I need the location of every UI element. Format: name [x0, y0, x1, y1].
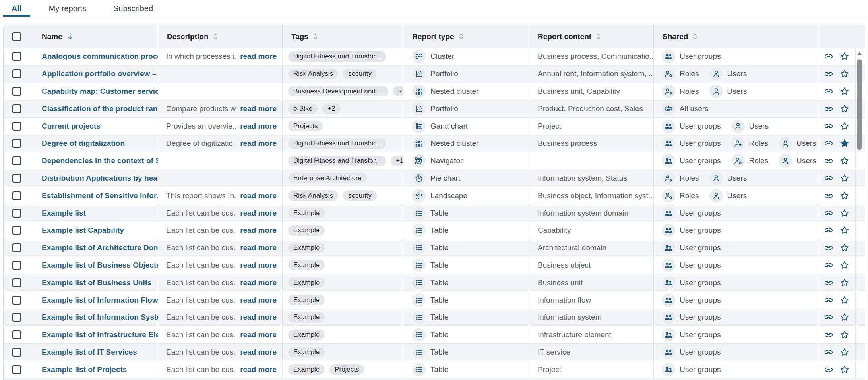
copy-link-icon[interactable]	[823, 330, 834, 340]
copy-link-icon[interactable]	[823, 104, 834, 114]
tag-pill[interactable]: +2	[322, 103, 340, 114]
copy-link-icon[interactable]	[823, 365, 834, 375]
tag-pill[interactable]: Example	[288, 208, 325, 218]
star-icon[interactable]	[839, 278, 850, 288]
tag-pill[interactable]: Example	[288, 347, 325, 357]
tag-pill[interactable]: Example	[288, 364, 325, 375]
column-header-report-type[interactable]: Report type	[403, 25, 529, 48]
star-icon[interactable]	[839, 121, 850, 131]
tag-pill[interactable]: security	[343, 190, 377, 201]
copy-link-icon[interactable]	[823, 121, 834, 131]
row-checkbox[interactable]	[12, 156, 21, 165]
copy-link-icon[interactable]	[823, 278, 834, 288]
report-name-link[interactable]: Example list of Information Syste...	[42, 313, 158, 322]
copy-link-icon[interactable]	[823, 86, 834, 96]
tag-pill[interactable]: Example	[288, 295, 325, 305]
read-more-link[interactable]: read more	[240, 296, 277, 305]
star-icon[interactable]	[839, 51, 850, 62]
sort-icon[interactable]	[459, 33, 464, 40]
row-checkbox[interactable]	[12, 191, 21, 200]
row-checkbox[interactable]	[12, 365, 21, 374]
star-icon[interactable]	[839, 330, 850, 340]
report-name-link[interactable]: Example list Capability	[42, 226, 124, 235]
copy-link-icon[interactable]	[823, 191, 834, 201]
copy-link-icon[interactable]	[823, 51, 834, 62]
tab-my-reports[interactable]: My reports	[41, 0, 95, 17]
copy-link-icon[interactable]	[823, 347, 834, 357]
scroll-up-arrow-icon[interactable]	[857, 52, 862, 55]
star-icon[interactable]	[839, 243, 850, 253]
report-name-link[interactable]: Example list of Business Objects	[42, 261, 158, 270]
read-more-link[interactable]: read more	[240, 104, 277, 113]
row-checkbox[interactable]	[12, 122, 21, 131]
column-header-tags[interactable]: Tags	[283, 25, 403, 48]
column-header-shared[interactable]: Shared	[654, 25, 818, 48]
star-icon[interactable]	[839, 86, 850, 96]
star-icon[interactable]	[839, 104, 850, 114]
star-icon[interactable]	[839, 173, 850, 183]
report-name-link[interactable]: Example list of Architecture Dom...	[42, 243, 158, 252]
tag-pill[interactable]: Business Development and ...	[288, 86, 388, 96]
report-name-link[interactable]: Example list of IT Services	[42, 348, 137, 357]
star-icon[interactable]	[839, 191, 850, 201]
row-checkbox[interactable]	[12, 243, 21, 252]
tag-pill[interactable]: Digital Fitness and Transfor...	[288, 51, 386, 62]
row-checkbox[interactable]	[12, 348, 21, 357]
copy-link-icon[interactable]	[823, 312, 834, 322]
tag-pill[interactable]: Risk Analysis	[288, 69, 338, 79]
sort-icon[interactable]	[596, 33, 601, 40]
copy-link-icon[interactable]	[823, 69, 834, 79]
copy-link-icon[interactable]	[823, 208, 834, 218]
report-name-link[interactable]: Distribution Applications by heal...	[42, 174, 158, 183]
read-more-link[interactable]: read more	[240, 226, 277, 235]
tag-pill[interactable]: Projects	[329, 364, 364, 375]
report-name-link[interactable]: Dependencies in the context of S...	[42, 156, 158, 165]
copy-link-icon[interactable]	[823, 138, 834, 149]
row-checkbox[interactable]	[12, 226, 21, 235]
row-checkbox[interactable]	[12, 87, 21, 96]
star-filled-icon[interactable]	[839, 138, 850, 149]
vertical-scrollbar[interactable]	[857, 48, 862, 380]
copy-link-icon[interactable]	[823, 295, 834, 305]
star-icon[interactable]	[839, 260, 850, 270]
row-checkbox[interactable]	[12, 261, 21, 270]
tag-pill[interactable]: Projects	[288, 121, 323, 131]
copy-link-icon[interactable]	[823, 225, 834, 235]
report-name-link[interactable]: Current projects	[42, 122, 101, 131]
report-name-link[interactable]: Analogous communication proce...	[42, 52, 158, 61]
tag-pill[interactable]: e-Bike	[288, 103, 318, 114]
star-icon[interactable]	[839, 347, 850, 357]
tag-pill[interactable]: Risk Analysis	[288, 190, 338, 201]
star-icon[interactable]	[839, 69, 850, 79]
report-name-link[interactable]: Example list	[42, 209, 86, 218]
read-more-link[interactable]: read more	[240, 278, 277, 287]
read-more-link[interactable]: read more	[240, 139, 277, 148]
star-icon[interactable]	[839, 156, 850, 166]
column-header-name[interactable]: Name	[4, 25, 158, 48]
tag-pill[interactable]: Example	[288, 225, 325, 236]
tag-pill[interactable]: Digital Fitness and Transfor...	[288, 156, 386, 166]
copy-link-icon[interactable]	[823, 156, 834, 166]
read-more-link[interactable]: read more	[240, 209, 277, 218]
row-checkbox[interactable]	[12, 209, 21, 218]
row-checkbox[interactable]	[12, 296, 21, 305]
row-checkbox[interactable]	[12, 278, 21, 287]
scrollbar-thumb[interactable]	[857, 59, 862, 150]
report-name-link[interactable]: Application portfolio overview – ...	[42, 69, 158, 78]
tag-pill[interactable]: Example	[288, 260, 325, 270]
column-header-report-content[interactable]: Report content	[529, 25, 654, 48]
star-icon[interactable]	[839, 225, 850, 235]
tag-pill[interactable]: Example	[288, 243, 325, 253]
sort-icon[interactable]	[692, 33, 698, 40]
read-more-link[interactable]: read more	[240, 348, 277, 357]
tag-pill[interactable]: Example	[288, 277, 325, 288]
read-more-link[interactable]: read more	[240, 261, 277, 270]
read-more-link[interactable]: read more	[240, 122, 277, 131]
report-name-link[interactable]: Example list of Information Flows	[42, 296, 158, 305]
read-more-link[interactable]: read more	[240, 365, 277, 374]
star-icon[interactable]	[839, 312, 850, 322]
tag-pill[interactable]: Example	[288, 330, 325, 340]
star-icon[interactable]	[839, 208, 850, 218]
row-checkbox[interactable]	[12, 313, 21, 322]
tag-pill[interactable]: Digital Fitness and Transfor...	[288, 138, 386, 149]
